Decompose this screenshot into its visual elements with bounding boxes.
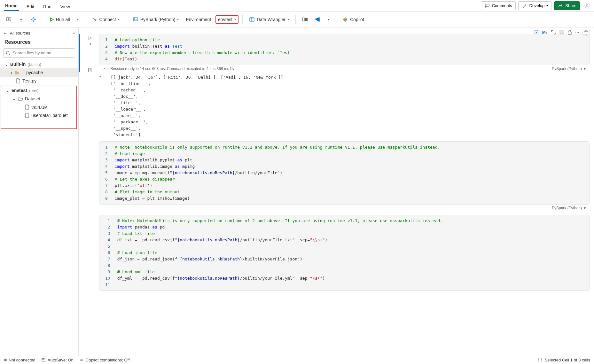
vscode-button[interactable] — [312, 15, 323, 24]
copilot-small-icon — [79, 358, 84, 362]
all-sources-label: All sources — [10, 31, 30, 35]
expand-icon[interactable] — [551, 30, 556, 35]
share-label: Share — [565, 3, 576, 8]
status-bar: Not connected AutoSave: On Copilot compl… — [0, 356, 594, 364]
persona-icon[interactable] — [584, 3, 590, 9]
comments-button[interactable]: Comments — [481, 1, 516, 10]
cell-status-row: PySpark (Python) ▾ — [99, 205, 590, 212]
builtin-note: (builtin) — [27, 62, 41, 67]
chevron-down-icon: ⌄ — [12, 96, 16, 101]
autosave-toggle[interactable]: AutoSave: On — [41, 358, 74, 362]
tree-train[interactable]: train.tsv — [1, 103, 76, 111]
cell-language-picker[interactable]: PySpark (Python) ▾ — [552, 66, 586, 71]
convert-icon[interactable] — [534, 30, 539, 35]
develop-button[interactable]: Develop ▾ — [518, 1, 552, 10]
search-icon — [6, 51, 10, 55]
connect-label: Connect — [99, 17, 116, 22]
envtest-note: (env) — [29, 88, 39, 93]
notebook-area: M↓ ⋯ ▷ ▾ — [79, 27, 594, 356]
copilot-label: Copilot — [350, 17, 364, 22]
chevron-down-icon: ▾ — [177, 18, 179, 21]
lock-icon[interactable] — [567, 30, 572, 35]
run-cell-button[interactable]: ▷ — [89, 35, 92, 40]
kernel-label: PySpark (Python) — [140, 17, 176, 22]
output-text: [['jack', 34, '36'], ['Riti', 30, 'Delhi… — [104, 74, 283, 138]
active-cell-indicator — [79, 34, 80, 72]
add-cell-button[interactable] — [3, 15, 14, 24]
copy-icon[interactable] — [559, 30, 564, 35]
tree-dataset[interactable]: ⌄ Dataset — [1, 95, 76, 103]
connect-button[interactable]: Connect ▾ — [89, 15, 122, 24]
svg-point-10 — [344, 17, 346, 19]
collapse-sidebar-button[interactable]: « — [73, 31, 75, 35]
envtest-label: envtest — [218, 17, 232, 22]
vscode-dropdown[interactable]: ▾ — [325, 16, 332, 23]
tab-home[interactable]: Home — [4, 1, 19, 11]
copilot-button[interactable]: Copilot — [340, 15, 367, 24]
code-editor[interactable]: # Note: NotebookUtils is only supported … — [111, 142, 589, 204]
code-editor[interactable]: # Load python file import builtin.Test a… — [111, 34, 589, 65]
comments-label: Comments — [492, 3, 512, 8]
svg-rect-16 — [43, 359, 44, 360]
top-tabs-row: Home Edit Run View Comments Develop ▾ — [0, 0, 594, 12]
layout-button[interactable] — [300, 16, 310, 23]
tab-edit[interactable]: Edit — [25, 2, 35, 11]
svg-point-3 — [33, 19, 35, 20]
code-cell-3[interactable]: 1234567891011 # Note: NotebookUtils is o… — [79, 215, 590, 291]
line-numbers: 1234 — [99, 34, 111, 65]
code-cell-1[interactable]: ▷ ▾ [1] 1234 # Load python file import b… — [79, 34, 590, 72]
file-icon — [25, 113, 29, 118]
status-dot-icon — [4, 359, 7, 361]
chevron-down-icon: ⌄ — [4, 62, 8, 67]
connection-status[interactable]: Not connected — [4, 358, 35, 362]
folder-open-icon — [18, 97, 23, 101]
pycache-label: __pycache__ — [21, 70, 48, 75]
svg-point-18 — [81, 359, 83, 361]
svg-rect-19 — [538, 359, 542, 362]
share-button[interactable]: Share — [554, 1, 580, 10]
selection-icon — [538, 358, 542, 362]
tree-userdata[interactable]: userdata1.parquet — [1, 111, 76, 120]
cell-toolbar: M↓ ⋯ — [534, 29, 590, 36]
search-input[interactable] — [3, 48, 75, 58]
cell-language-picker[interactable]: PySpark (Python) ▾ — [552, 206, 586, 210]
svg-rect-6 — [302, 18, 305, 21]
pencil-icon — [522, 3, 528, 9]
tab-run[interactable]: Run — [42, 2, 53, 11]
environment-dropdown[interactable]: envtest ▾ — [215, 15, 238, 24]
kernel-dropdown[interactable]: PySpark (Python) ▾ — [130, 15, 182, 24]
download-button[interactable] — [16, 15, 26, 24]
run-all-dropdown[interactable]: ▾ — [74, 16, 81, 23]
svg-rect-7 — [305, 18, 308, 21]
data-wrangler-button[interactable]: Data Wrangler ▾ — [246, 15, 292, 24]
code-editor[interactable]: # Note: NotebookUtils is only supported … — [113, 215, 589, 290]
envtest-group-highlight: ⌄ envtest (env) ⌄ Dataset — [1, 86, 77, 129]
tree-pycache[interactable]: › __pycache__ — [0, 68, 78, 77]
chevron-down-icon: ▾ — [546, 4, 548, 7]
tab-view[interactable]: View — [59, 2, 71, 11]
more-icon[interactable]: ⋯ — [575, 30, 579, 35]
svg-point-11 — [344, 20, 346, 22]
tree-envtest-root[interactable]: ⌄ envtest (env) — [1, 86, 76, 95]
all-sources-back[interactable]: ← All sources — [3, 31, 30, 35]
status-text: - Session ready in 14 sec 608 ms. Comman… — [108, 66, 234, 71]
comment-icon — [484, 3, 490, 9]
output-more-icon[interactable]: ⋯ — [97, 74, 104, 138]
tree-builtin-root[interactable]: ⌄ Built-in (builtin) — [0, 60, 78, 68]
markdown-icon[interactable]: M↓ — [542, 30, 548, 35]
tree-testpy[interactable]: Test.py — [0, 77, 78, 85]
folder-icon — [14, 70, 20, 75]
run-all-button[interactable]: Run all — [47, 15, 73, 24]
chevron-down-icon: ▾ — [584, 66, 586, 71]
run-cell-dropdown[interactable]: ▾ — [90, 42, 91, 46]
exec-count: [1] — [88, 67, 92, 72]
delete-icon[interactable] — [582, 29, 590, 36]
share-icon — [558, 3, 563, 9]
line-numbers: 1234567891011 — [99, 215, 113, 290]
chevron-down-icon: ▾ — [584, 206, 586, 210]
cell-status-row: ✓ - Session ready in 14 sec 608 ms. Comm… — [99, 65, 590, 72]
settings-button[interactable] — [28, 15, 39, 24]
resources-sidebar: ← All sources « Resources ⌄ Built-in (bu… — [0, 27, 79, 356]
copilot-completions-toggle[interactable]: Copilot completions: Off — [79, 358, 130, 362]
code-cell-2[interactable]: 123456789 # Note: NotebookUtils is only … — [79, 141, 590, 212]
